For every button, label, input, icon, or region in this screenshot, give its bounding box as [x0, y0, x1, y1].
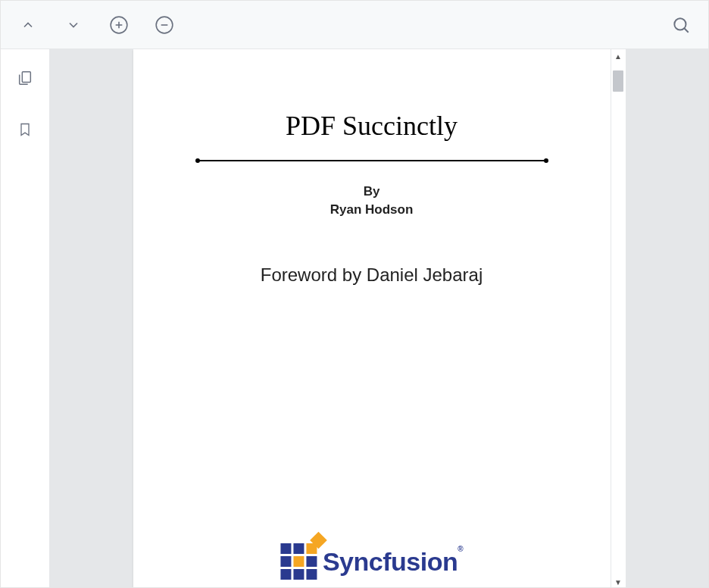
page-viewer[interactable]: PDF Succinctly By Ryan Hodson Foreword b…	[50, 49, 708, 588]
next-page-button[interactable]	[61, 13, 86, 37]
foreword-text: Foreword by Daniel Jebaraj	[261, 264, 483, 286]
scroll-down-button[interactable]: ▼	[611, 575, 626, 588]
bookmarks-button[interactable]	[11, 116, 39, 143]
author-name: Ryan Hodson	[330, 202, 414, 217]
publisher-name: Syncfusion®	[323, 547, 463, 577]
search-button[interactable]	[669, 13, 693, 37]
bookmark-icon	[17, 121, 33, 138]
search-icon	[671, 15, 691, 35]
svg-line-6	[685, 28, 689, 32]
document-title: PDF Succinctly	[286, 110, 458, 142]
zoom-in-button[interactable]	[107, 13, 131, 37]
main-area: PDF Succinctly By Ryan Hodson Foreword b…	[1, 49, 708, 588]
copy-icon	[17, 70, 33, 86]
logo-mark-icon	[280, 543, 317, 580]
chevron-down-icon	[66, 17, 81, 33]
publisher-logo: Syncfusion®	[280, 543, 463, 580]
toolbar	[1, 1, 708, 49]
thumbnails-button[interactable]	[11, 64, 39, 92]
zoom-out-button[interactable]	[152, 13, 176, 37]
scroll-thumb[interactable]	[613, 70, 623, 92]
title-rule	[198, 158, 546, 163]
sidebar	[1, 49, 50, 588]
plus-circle-icon	[109, 15, 129, 35]
previous-page-button[interactable]	[16, 13, 40, 37]
chevron-up-icon	[20, 17, 36, 33]
by-label: By	[364, 184, 380, 199]
svg-rect-7	[22, 72, 30, 83]
svg-point-5	[674, 18, 686, 30]
minus-circle-icon	[155, 15, 174, 35]
vertical-scrollbar[interactable]: ▲ ▼	[611, 49, 626, 588]
scroll-up-button[interactable]: ▲	[611, 49, 626, 63]
document-page: PDF Succinctly By Ryan Hodson Foreword b…	[133, 49, 611, 588]
